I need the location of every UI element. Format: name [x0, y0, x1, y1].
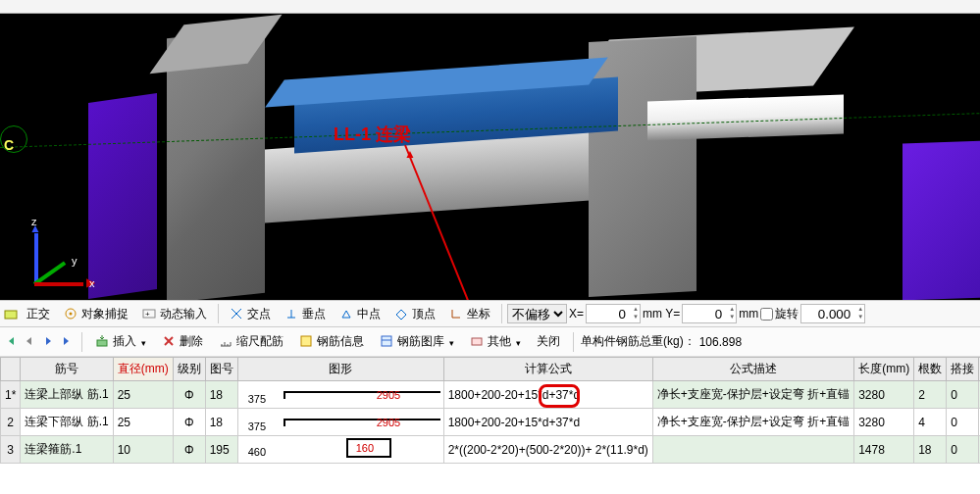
- osnap-button[interactable]: 对象捕捉: [58, 303, 134, 325]
- ortho-button[interactable]: 正交: [21, 303, 56, 325]
- close-button[interactable]: 关闭: [531, 331, 566, 352]
- scale-icon: [219, 334, 233, 349]
- cell-lap[interactable]: 0: [947, 436, 979, 464]
- cell-len[interactable]: 3280: [854, 381, 914, 409]
- dyn-icon: +: [142, 307, 157, 321]
- cell-desc[interactable]: 净长+支座宽-保护层+设定弯 折+直锚: [652, 409, 853, 436]
- cell-name[interactable]: 连梁上部纵 筋.1: [21, 381, 113, 409]
- col-desc[interactable]: 公式描述: [652, 358, 853, 381]
- col-grade[interactable]: 级别: [173, 358, 205, 381]
- axis-z-label: z: [31, 216, 37, 227]
- col-name[interactable]: 筋号: [21, 358, 113, 381]
- intersect-button[interactable]: 交点: [224, 303, 277, 325]
- col-length[interactable]: 长度(mm): [854, 358, 914, 381]
- info-icon: [299, 334, 314, 349]
- svg-rect-10: [301, 336, 311, 346]
- cell-fig[interactable]: 195: [205, 436, 237, 464]
- rotate-checkbox[interactable]: [760, 308, 773, 321]
- cell-len[interactable]: 1478: [854, 436, 914, 464]
- nav-first-icon[interactable]: [4, 334, 19, 349]
- nav-prev-icon[interactable]: [23, 334, 37, 349]
- intersect-icon: [230, 307, 244, 321]
- x-label: X=: [569, 307, 584, 321]
- insert-button[interactable]: 插入: [89, 331, 152, 352]
- row-index[interactable]: 1*: [1, 381, 21, 409]
- midpoint-button[interactable]: 中点: [334, 303, 387, 325]
- table-row[interactable]: 1* 连梁上部纵 筋.1 25 Φ 18 3752905 1800+200-20…: [1, 381, 981, 409]
- cell-fig[interactable]: 18: [205, 409, 237, 436]
- svg-point-2: [70, 312, 73, 315]
- cell-grade[interactable]: Φ: [173, 381, 205, 409]
- dyn-input-button[interactable]: + 动态输入: [136, 303, 213, 325]
- cell-dia[interactable]: 10: [113, 436, 173, 464]
- cell-shape[interactable]: 3752905: [237, 381, 443, 409]
- cell-desc[interactable]: 净长+支座宽-保护层+设定弯 折+直锚: [652, 381, 853, 409]
- cell-grade[interactable]: Φ: [173, 436, 205, 464]
- rebar-library-button[interactable]: 钢筋图库: [374, 331, 460, 352]
- offset-select[interactable]: 不偏移: [507, 304, 567, 323]
- nav-next-icon[interactable]: [41, 334, 56, 349]
- cell-formula[interactable]: 1800+200-20+15*d+37*d: [443, 409, 652, 436]
- col-shape[interactable]: 图形: [237, 358, 443, 381]
- col-count[interactable]: 根数: [914, 358, 947, 381]
- cell-name[interactable]: 连梁箍筋.1: [21, 436, 113, 464]
- y-input[interactable]: [682, 304, 737, 323]
- delete-button[interactable]: 删除: [156, 331, 209, 352]
- cell-desc[interactable]: [652, 436, 853, 464]
- mm-label: mm: [739, 307, 758, 321]
- col-formula[interactable]: 计算公式: [443, 358, 652, 381]
- wall-segment-right: [903, 141, 980, 300]
- x-input[interactable]: [586, 304, 641, 323]
- cell-lap[interactable]: 0: [947, 381, 979, 409]
- rebar-info-button[interactable]: 钢筋信息: [293, 331, 370, 352]
- rebar-table-wrap[interactable]: 筋号 直径(mm) 级别 图号 图形 计算公式 公式描述 长度(mm) 根数 搭…: [0, 357, 980, 494]
- other-icon: [470, 334, 485, 349]
- wall-right: [589, 36, 696, 297]
- col-rownum[interactable]: [1, 358, 21, 381]
- perp-icon: [284, 307, 299, 321]
- cell-dia[interactable]: 25: [113, 381, 173, 409]
- cell-grade[interactable]: Φ: [173, 409, 205, 436]
- col-lap[interactable]: 搭接: [947, 358, 979, 381]
- table-row[interactable]: 2 连梁下部纵 筋.1 25 Φ 18 3752905 1800+200-20+…: [1, 409, 981, 436]
- coord-button[interactable]: 坐标: [443, 303, 496, 325]
- layer-icon[interactable]: [4, 307, 19, 321]
- cell-name[interactable]: 连梁下部纵 筋.1: [21, 409, 113, 436]
- vertex-button[interactable]: 顶点: [388, 303, 441, 325]
- viewport-3d[interactable]: C LL-1 连梁 ▲ x y z: [0, 0, 980, 300]
- col-diameter[interactable]: 直径(mm): [113, 358, 173, 381]
- table-row[interactable]: 3 连梁箍筋.1 10 Φ 195 460160 2*((200-2*20)+(…: [1, 436, 981, 464]
- insert-icon: [95, 334, 110, 349]
- cell-count[interactable]: 2: [914, 381, 947, 409]
- cell-shape[interactable]: 3752905: [237, 409, 443, 436]
- row-index[interactable]: 2: [1, 409, 21, 436]
- cell-dia[interactable]: 25: [113, 409, 173, 436]
- axis-marker-label: C: [4, 137, 14, 153]
- svg-rect-11: [382, 336, 391, 346]
- cell-count[interactable]: 4: [914, 409, 947, 436]
- axis-x-label: x: [89, 277, 95, 289]
- highlight-circle: [539, 384, 580, 408]
- cell-count[interactable]: 18: [914, 436, 947, 464]
- rotate-label: 旋转: [775, 306, 799, 322]
- cell-formula[interactable]: 2*((200-2*20)+(500-2*20))+ 2*(11.9*d): [443, 436, 652, 464]
- status-bar: 正交 对象捕捉 + 动态输入 交点 垂点 中点 顶点 坐标 不偏移 X= mm …: [0, 300, 980, 327]
- delete-icon: [162, 334, 177, 349]
- nav-last-icon[interactable]: [60, 334, 75, 349]
- other-button[interactable]: 其他: [464, 331, 527, 352]
- perp-button[interactable]: 垂点: [279, 303, 332, 325]
- cell-fig[interactable]: 18: [205, 381, 237, 409]
- vertex-icon: [394, 307, 409, 321]
- rotate-input[interactable]: [800, 304, 865, 323]
- cell-shape[interactable]: 460160: [237, 436, 443, 464]
- top-ruler: [0, 0, 980, 14]
- row-index[interactable]: 3: [1, 436, 21, 464]
- rebar-table: 筋号 直径(mm) 级别 图号 图形 计算公式 公式描述 长度(mm) 根数 搭…: [0, 357, 980, 464]
- axis-y-label: y: [72, 255, 77, 267]
- svg-rect-13: [472, 338, 482, 345]
- col-fig[interactable]: 图号: [205, 358, 237, 381]
- scale-rebar-button[interactable]: 缩尺配筋: [213, 331, 289, 352]
- coord-icon: [449, 307, 464, 321]
- cell-lap[interactable]: 0: [947, 409, 979, 436]
- cell-len[interactable]: 3280: [854, 409, 914, 436]
